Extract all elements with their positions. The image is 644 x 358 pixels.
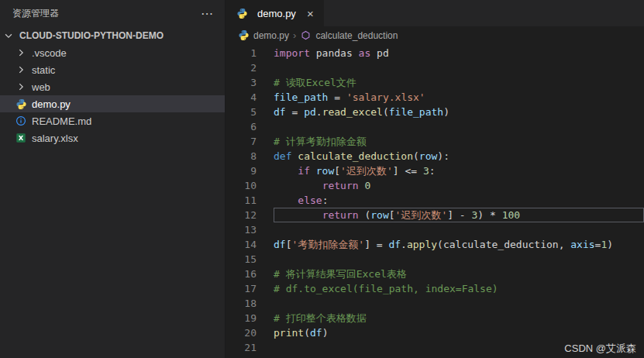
line-number[interactable]: 6 — [226, 119, 274, 134]
breadcrumb-separator: › — [293, 29, 296, 41]
line-number[interactable]: 16 — [226, 267, 274, 281]
line-content[interactable] — [274, 119, 644, 134]
code-line-20[interactable]: 20print(df) — [226, 325, 644, 340]
code-line-1[interactable]: 1import pandas as pd — [226, 46, 644, 60]
line-content[interactable]: # df.to_excel(file_path, index=False) — [274, 281, 644, 296]
code-line-8[interactable]: 8def calculate_deduction(row): — [226, 149, 644, 164]
line-number[interactable]: 17 — [226, 281, 274, 296]
code-line-14[interactable]: 14df['考勤扣除金额'] = df.apply(calculate_dedu… — [226, 237, 644, 252]
code-line-2[interactable]: 2 — [226, 60, 644, 75]
more-actions-icon[interactable]: ⋯ — [201, 6, 214, 21]
line-content[interactable]: # 将计算结果写回Excel表格 — [274, 267, 644, 281]
line-content[interactable]: def calculate_deduction(row): — [274, 149, 644, 164]
line-content[interactable] — [274, 222, 644, 237]
code-line-6[interactable]: 6 — [226, 119, 644, 134]
info-icon — [14, 115, 28, 127]
code-line-11[interactable]: 11 else: — [226, 193, 644, 208]
line-content[interactable]: # 打印整个表格数据 — [274, 311, 644, 325]
line-content[interactable] — [274, 296, 644, 311]
line-number[interactable]: 13 — [226, 222, 274, 237]
code-line-18[interactable]: 18 — [226, 296, 644, 311]
code-line-19[interactable]: 19# 打印整个表格数据 — [226, 311, 644, 325]
code-line-3[interactable]: 3# 读取Excel文件 — [226, 75, 644, 90]
line-number[interactable]: 21 — [226, 340, 274, 355]
code-line-15[interactable]: 15 — [226, 252, 644, 267]
tree-item-label: static — [32, 64, 55, 76]
line-content[interactable]: return 0 — [274, 178, 644, 193]
line-number[interactable]: 8 — [226, 149, 274, 164]
line-number[interactable]: 19 — [226, 311, 274, 325]
line-content[interactable] — [274, 252, 644, 267]
line-content[interactable]: df = pd.read_excel(file_path) — [274, 105, 644, 119]
code-line-17[interactable]: 17# df.to_excel(file_path, index=False) — [226, 281, 644, 296]
line-content[interactable] — [274, 60, 644, 75]
chevron-right-icon — [14, 64, 28, 76]
line-content[interactable]: else: — [274, 193, 644, 208]
line-content[interactable]: import pandas as pd — [274, 46, 644, 60]
python-icon — [235, 7, 249, 19]
code-line-9[interactable]: 9 if row['迟到次数'] <= 3: — [226, 164, 644, 178]
line-content[interactable]: print(df) — [274, 325, 644, 340]
tree-item--vscode[interactable]: .vscode — [0, 44, 225, 61]
line-number[interactable]: 10 — [226, 178, 274, 193]
tree-item-salary-xlsx[interactable]: salary.xlsx — [0, 129, 225, 146]
python-icon — [238, 29, 250, 42]
breadcrumb-file[interactable]: demo.py — [253, 30, 289, 41]
explorer-sidebar: 资源管理器 ⋯ CLOUD-STUDIO-PYTHON-DEMO .vscode… — [0, 0, 226, 358]
line-number[interactable]: 1 — [226, 46, 274, 60]
watermark: CSDN @艾派森 — [564, 342, 636, 356]
chevron-right-icon — [14, 46, 28, 59]
editor-area: demo.py × demo.py › calculate_deduction … — [226, 0, 644, 358]
tree-item-label: README.md — [32, 115, 91, 127]
code-line-13[interactable]: 13 — [226, 222, 644, 237]
tab-bar: demo.py × — [226, 0, 644, 26]
line-number[interactable]: 14 — [226, 237, 274, 252]
line-number[interactable]: 3 — [226, 75, 274, 90]
tree-item-label: .vscode — [32, 47, 67, 59]
code-line-4[interactable]: 4file_path = 'salary.xlsx' — [226, 90, 644, 105]
line-content[interactable]: return (row['迟到次数'] - 3) * 100 — [274, 208, 644, 222]
code-area: 1import pandas as pd23# 读取Excel文件4file_p… — [226, 44, 644, 358]
line-number[interactable]: 2 — [226, 60, 274, 75]
line-number[interactable]: 15 — [226, 252, 274, 267]
tree-item-web[interactable]: web — [0, 78, 225, 95]
line-number[interactable]: 5 — [226, 105, 274, 119]
line-number[interactable]: 20 — [226, 325, 274, 340]
code-line-7[interactable]: 7# 计算考勤扣除金额 — [226, 134, 644, 149]
chevron-right-icon — [14, 81, 28, 93]
root-folder-label: CLOUD-STUDIO-PYTHON-DEMO — [19, 30, 164, 41]
tree-item-demo-py[interactable]: demo.py — [0, 95, 225, 112]
line-number[interactable]: 12 — [226, 208, 274, 222]
breadcrumb-symbol[interactable]: calculate_deduction — [315, 30, 398, 41]
tree-item-static[interactable]: static — [0, 61, 225, 78]
line-number[interactable]: 18 — [226, 296, 274, 311]
chevron-down-icon — [2, 29, 15, 42]
code-line-16[interactable]: 16# 将计算结果写回Excel表格 — [226, 267, 644, 281]
tree-item-label: demo.py — [32, 98, 71, 110]
line-number[interactable]: 7 — [226, 134, 274, 149]
tree-item-label: web — [32, 81, 50, 93]
tree-item-label: salary.xlsx — [32, 133, 78, 144]
line-content[interactable]: file_path = 'salary.xlsx' — [274, 90, 644, 105]
line-content[interactable]: if row['迟到次数'] <= 3: — [274, 164, 644, 178]
tree-root-folder[interactable]: CLOUD-STUDIO-PYTHON-DEMO — [0, 27, 225, 44]
app-window: 资源管理器 ⋯ CLOUD-STUDIO-PYTHON-DEMO .vscode… — [0, 0, 644, 358]
code-line-12[interactable]: 12 return (row['迟到次数'] - 3) * 100 — [226, 208, 644, 222]
python-icon — [14, 98, 28, 110]
explorer-title: 资源管理器 — [12, 7, 59, 20]
symbol-function-icon — [300, 29, 312, 42]
line-number[interactable]: 9 — [226, 164, 274, 178]
explorer-header: 资源管理器 ⋯ — [0, 0, 225, 27]
line-content[interactable]: # 读取Excel文件 — [274, 75, 644, 90]
excel-icon — [14, 132, 28, 144]
tree-item-readme-md[interactable]: README.md — [0, 112, 225, 129]
tab-demo-py[interactable]: demo.py × — [226, 0, 324, 26]
line-number[interactable]: 4 — [226, 90, 274, 105]
file-tree: .vscodestaticwebdemo.pyREADME.mdsalary.x… — [0, 44, 225, 146]
close-icon[interactable]: × — [305, 7, 316, 20]
line-content[interactable]: df['考勤扣除金额'] = df.apply(calculate_deduct… — [274, 237, 644, 252]
line-number[interactable]: 11 — [226, 193, 274, 208]
line-content[interactable]: # 计算考勤扣除金额 — [274, 134, 644, 149]
code-line-10[interactable]: 10 return 0 — [226, 178, 644, 193]
code-line-5[interactable]: 5df = pd.read_excel(file_path) — [226, 105, 644, 119]
